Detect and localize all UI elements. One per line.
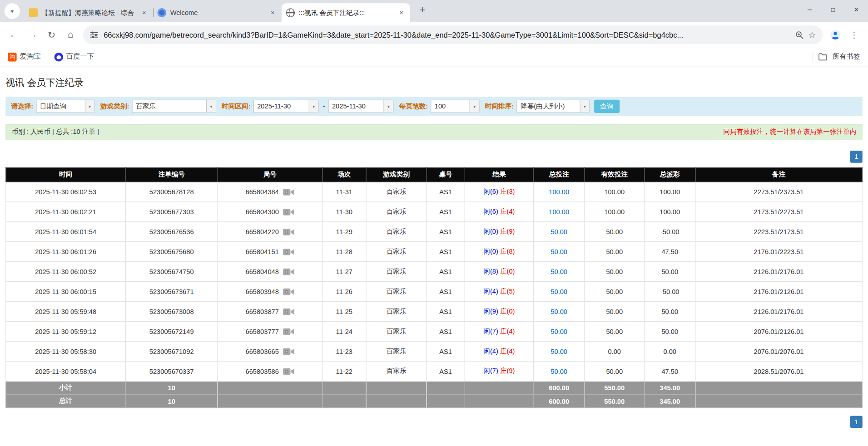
cell-valid-bet: 50.00 [585, 321, 645, 341]
site-settings-icon[interactable] [90, 30, 99, 39]
menu-kebab-icon[interactable]: ⋮ [845, 25, 863, 44]
column-header: 场次 [322, 167, 366, 182]
url-text[interactable]: 66cxkj98.com/game/betrecord_search/kind3… [104, 31, 790, 39]
chevron-down-icon[interactable]: ▾ [580, 100, 589, 113]
video-replay-icon[interactable] [283, 308, 294, 315]
date-start-select[interactable]: 2025-11-30 ▾ [253, 100, 319, 113]
total-bet-link[interactable]: 50.00 [551, 288, 567, 295]
tab-search-button[interactable]: ▾ [5, 3, 20, 19]
total-bet-link[interactable]: 50.00 [551, 308, 567, 315]
summary-empty-cell [366, 381, 427, 394]
forum-favicon-icon [29, 8, 38, 17]
chevron-down-icon[interactable]: ▾ [309, 100, 318, 113]
summary-empty-cell [322, 381, 366, 394]
summary-total-bet: 600.00 [534, 394, 585, 407]
tab-close-icon[interactable]: ✕ [397, 8, 406, 17]
zoom-icon[interactable] [795, 31, 804, 39]
cell-game-type: 百家乐 [366, 301, 427, 321]
page-size-select[interactable]: 100 ▾ [431, 100, 479, 113]
total-bet-link[interactable]: 50.00 [551, 268, 567, 275]
total-bet-link[interactable]: 50.00 [551, 228, 567, 235]
column-header: 时间 [6, 167, 126, 182]
tab-close-icon[interactable]: ✕ [140, 8, 149, 17]
cell-note: 2173.51/2273.51 [695, 202, 862, 222]
total-bet-link[interactable]: 50.00 [551, 328, 567, 335]
cell-payout: 100.00 [645, 202, 695, 222]
banker-result: 庄(4) [500, 208, 515, 216]
cell-time: 2025-11-30 06:01:54 [6, 222, 126, 242]
video-replay-icon[interactable] [283, 348, 294, 355]
back-button[interactable]: ← [5, 25, 23, 44]
new-tab-button[interactable]: + [415, 2, 430, 18]
cell-result: 闲(0) 庄(9) [465, 222, 533, 242]
cell-round-id: 665803877 [218, 301, 322, 321]
total-bet-link[interactable]: 50.00 [551, 368, 567, 375]
video-replay-icon[interactable] [283, 228, 294, 235]
minimize-button[interactable]: ─ [798, 0, 821, 19]
search-button[interactable]: 查询 [594, 100, 620, 113]
maximize-button[interactable]: □ [821, 0, 844, 19]
cell-table-no: AS1 [427, 361, 465, 381]
bookmark-item[interactable]: 百度一下 [54, 52, 94, 62]
bookmark-item[interactable]: 淘爱淘宝 [8, 52, 41, 62]
date-end-select[interactable]: 2025-11-30 ▾ [328, 100, 393, 113]
cell-note: 2076.01/2076.01 [695, 341, 862, 361]
all-bookmarks[interactable]: 所有书签 [813, 52, 860, 62]
forward-button[interactable]: → [23, 25, 42, 44]
chevron-down-icon[interactable]: ▾ [206, 100, 216, 113]
game-type-select[interactable]: 百家乐 ▾ [132, 100, 216, 113]
browser-tab[interactable]: 【新提醒】海燕策略论坛 - 综合✕ [25, 3, 153, 22]
sort-order-select[interactable]: 降幂(由大到小) ▾ [516, 100, 590, 113]
reload-button[interactable]: ↻ [42, 25, 61, 44]
chevron-down-icon[interactable]: ▾ [383, 100, 393, 113]
browser-tab[interactable]: Welcome✕ [153, 3, 282, 22]
page-number-button[interactable]: 1 [850, 151, 863, 163]
video-replay-icon[interactable] [283, 188, 294, 196]
cell-payout: -50.00 [645, 282, 695, 302]
chevron-down-icon[interactable]: ▾ [470, 100, 479, 113]
tab-close-icon[interactable]: ✕ [268, 8, 278, 17]
cell-result: 闲(4) 庄(4) [465, 341, 533, 361]
video-replay-icon[interactable] [283, 248, 294, 255]
total-bet-link[interactable]: 50.00 [551, 248, 567, 255]
profile-avatar-icon[interactable] [826, 25, 844, 44]
home-button[interactable]: ⌂ [61, 25, 79, 44]
cell-session: 11-24 [322, 321, 366, 341]
cell-time: 2025-11-30 06:02:53 [6, 182, 126, 202]
browser-window: ▾ 【新提醒】海燕策略论坛 - 综合✕Welcome✕:::视讯 会员下注纪录:… [0, 0, 868, 446]
column-header: 游戏类别 [366, 167, 427, 182]
query-type-select[interactable]: 日期查询 ▾ [36, 100, 94, 113]
summary-empty-cell [218, 381, 322, 394]
page-number-button[interactable]: 1 [850, 416, 863, 428]
player-result: 闲(7) [483, 327, 498, 335]
cell-bet-id: 523005672149 [125, 321, 218, 341]
browser-toolbar: ← → ↻ ⌂ 66cxkj98.com/game/betrecord_sear… [0, 22, 868, 48]
page-size-label: 每页笔数: [399, 102, 428, 111]
bookmark-star-icon[interactable]: ☆ [808, 30, 816, 40]
cell-bet-id: 523005673008 [125, 301, 218, 321]
cell-game-type: 百家乐 [366, 222, 427, 242]
cell-total-bet: 100.00 [534, 202, 585, 222]
total-bet-link[interactable]: 100.00 [549, 188, 569, 196]
chevron-down-icon[interactable]: ▾ [85, 100, 94, 113]
total-bet-link[interactable]: 50.00 [551, 348, 567, 355]
browser-tab[interactable]: :::视讯 会员下注纪录:::✕ [282, 3, 410, 22]
round-id-group: 665804384 [246, 188, 294, 196]
url-bar[interactable]: 66cxkj98.com/game/betrecord_search/kind3… [83, 25, 823, 44]
close-button[interactable]: ✕ [845, 0, 868, 19]
total-bet-link[interactable]: 100.00 [549, 208, 569, 216]
date-start-value: 2025-11-30 [254, 100, 309, 113]
cell-game-type: 百家乐 [366, 202, 427, 222]
video-replay-icon[interactable] [283, 368, 294, 375]
welcome-favicon-icon [158, 8, 167, 17]
video-replay-icon[interactable] [283, 208, 294, 216]
banker-result: 庄(8) [500, 247, 515, 255]
query-type-value: 日期查询 [37, 100, 85, 113]
player-result: 闲(0) [483, 228, 498, 235]
video-replay-icon[interactable] [283, 288, 294, 295]
video-replay-icon[interactable] [283, 328, 294, 335]
video-replay-icon[interactable] [283, 268, 294, 275]
column-header: 桌号 [427, 167, 465, 182]
cell-bet-id: 523005676536 [125, 222, 218, 242]
cell-note: 2076.01/2126.01 [695, 321, 862, 341]
